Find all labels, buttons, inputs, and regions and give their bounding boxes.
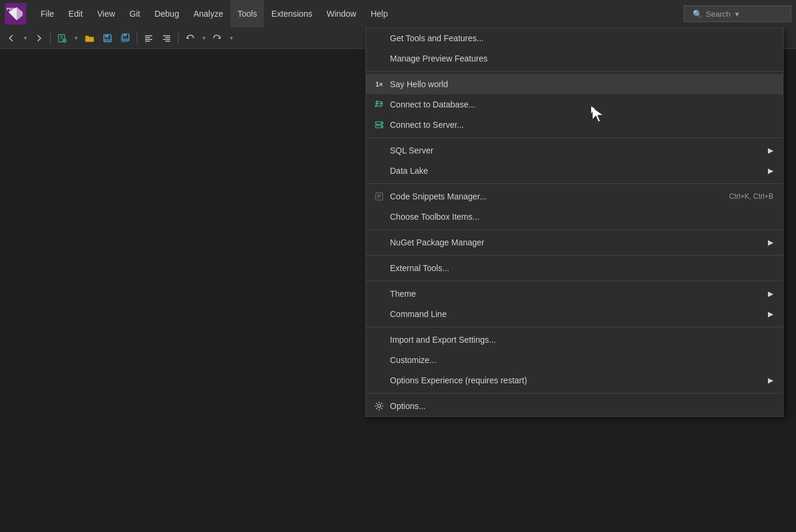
menu-git[interactable]: Git — [122, 0, 147, 27]
menu-tools[interactable]: Tools — [230, 0, 265, 27]
svg-rect-37 — [376, 193, 383, 200]
menu-help[interactable]: Help — [364, 0, 395, 27]
menu-view[interactable]: View — [90, 0, 122, 27]
search-icon: 🔍 — [693, 10, 702, 19]
separator-after-command-line — [366, 327, 783, 327]
sql-server-arrow: ▶ — [768, 146, 773, 155]
menu-item-options-experience[interactable]: Options Experience (requires restart) ▶ — [366, 370, 783, 390]
code-snippets-icon — [373, 190, 385, 202]
menu-item-sql-server[interactable]: SQL Server ▶ — [366, 140, 783, 161]
code-snippets-label: Code Snippets Manager... — [390, 192, 487, 201]
manage-preview-label: Manage Preview Features — [390, 54, 487, 63]
import-export-label: Import and Export Settings... — [390, 335, 496, 345]
theme-arrow: ▶ — [768, 290, 773, 298]
svg-rect-16 — [123, 38, 128, 40]
new-item-button[interactable] — [54, 30, 70, 47]
get-tools-label: Get Tools and Features... — [390, 33, 484, 43]
menu-item-nuget[interactable]: NuGet Package Manager ▶ — [366, 232, 783, 253]
menu-edit[interactable]: Edit — [62, 0, 90, 27]
options-label: Options... — [390, 401, 426, 411]
new-item-dropdown[interactable]: ▾ — [72, 30, 80, 47]
svg-point-35 — [381, 126, 382, 127]
menu-item-manage-preview[interactable]: Manage Preview Features — [366, 48, 783, 69]
menu-item-say-hello[interactable]: 1× Say Hello world — [366, 74, 783, 94]
undo-button[interactable] — [182, 30, 198, 47]
menu-item-connect-server[interactable]: Connect to Server... — [366, 115, 783, 135]
separator-after-external-tools — [366, 281, 783, 281]
separator-after-server — [366, 137, 783, 138]
separator-before-options — [366, 393, 783, 393]
data-lake-arrow: ▶ — [768, 167, 773, 175]
redo-button[interactable] — [209, 30, 226, 47]
separator-2 — [137, 32, 137, 44]
menu-item-code-snippets[interactable]: Code Snippets Manager... Ctrl+K, Ctrl+B — [366, 186, 783, 207]
forward-button[interactable] — [30, 30, 47, 47]
options-experience-arrow: ▶ — [768, 376, 773, 385]
menu-item-command-line[interactable]: Command Line ▶ — [366, 304, 783, 324]
svg-rect-12 — [105, 39, 110, 41]
svg-point-40 — [378, 405, 381, 408]
code-snippets-shortcut: Ctrl+K, Ctrl+B — [729, 192, 773, 201]
connect-server-label: Connect to Server... — [390, 120, 464, 130]
svg-point-34 — [381, 122, 382, 124]
menu-extensions[interactable]: Extensions — [264, 0, 319, 27]
say-hello-label: Say Hello world — [390, 79, 448, 89]
theme-label: Theme — [390, 289, 416, 299]
menu-item-connect-database[interactable]: Connect to Database... — [366, 94, 783, 115]
command-line-arrow: ▶ — [768, 310, 773, 318]
options-gear-icon — [373, 400, 385, 412]
search-bar[interactable]: 🔍 Search ▾ — [684, 5, 791, 22]
search-label: Search — [706, 10, 730, 19]
separator-after-toolbox — [366, 229, 783, 230]
tools-dropdown-menu: Get Tools and Features... Manage Preview… — [365, 27, 783, 417]
menu-item-external-tools[interactable]: External Tools... — [366, 258, 783, 278]
redo-dropdown[interactable]: ▾ — [227, 30, 235, 47]
svg-rect-15 — [124, 34, 127, 36]
external-tools-label: External Tools... — [390, 263, 449, 273]
separator-after-preview — [366, 71, 783, 72]
separator-after-nuget — [366, 255, 783, 256]
back-dropdown[interactable]: ▾ — [21, 30, 29, 47]
vs-logo: PRE — [5, 3, 26, 24]
choose-toolbox-label: Choose Toolbox Items... — [390, 212, 480, 222]
menu-items: File Edit View Git Debug Analyze Tools E… — [33, 0, 684, 27]
menu-window[interactable]: Window — [319, 0, 364, 27]
menu-item-choose-toolbox[interactable]: Choose Toolbox Items... — [366, 207, 783, 227]
sql-server-label: SQL Server — [390, 146, 434, 155]
customize-label: Customize... — [390, 355, 437, 365]
command-line-label: Command Line — [390, 309, 447, 319]
options-experience-label: Options Experience (requires restart) — [390, 376, 527, 385]
connect-database-icon — [373, 99, 385, 110]
search-dropdown-arrow: ▾ — [735, 10, 739, 19]
save-all-button[interactable] — [117, 30, 134, 47]
align-left-button[interactable] — [140, 30, 157, 47]
nuget-arrow: ▶ — [768, 238, 773, 247]
menu-item-customize[interactable]: Customize... — [366, 350, 783, 370]
menu-item-data-lake[interactable]: Data Lake ▶ — [366, 161, 783, 181]
nuget-label: NuGet Package Manager — [390, 238, 484, 247]
menu-debug[interactable]: Debug — [147, 0, 186, 27]
align-right-button[interactable] — [158, 30, 175, 47]
back-button[interactable] — [3, 30, 20, 47]
connect-server-icon — [373, 119, 385, 131]
menu-analyze[interactable]: Analyze — [186, 0, 230, 27]
separator-after-data-lake — [366, 183, 783, 184]
separator-3 — [178, 32, 179, 44]
undo-dropdown[interactable]: ▾ — [199, 30, 208, 47]
data-lake-label: Data Lake — [390, 166, 428, 176]
menu-item-theme[interactable]: Theme ▶ — [366, 284, 783, 304]
connect-database-label: Connect to Database... — [390, 100, 475, 109]
separator-1 — [50, 32, 51, 44]
menu-item-get-tools[interactable]: Get Tools and Features... — [366, 28, 783, 48]
menu-bar: PRE File Edit View Git Debug Analyze Too… — [0, 0, 796, 27]
menu-file[interactable]: File — [33, 0, 62, 27]
save-button[interactable] — [99, 30, 116, 47]
menu-item-import-export[interactable]: Import and Export Settings... — [366, 330, 783, 350]
menu-item-options[interactable]: Options... — [366, 396, 783, 416]
say-hello-icon: 1× — [373, 78, 385, 90]
open-file-button[interactable] — [81, 30, 98, 47]
svg-rect-11 — [105, 35, 109, 38]
